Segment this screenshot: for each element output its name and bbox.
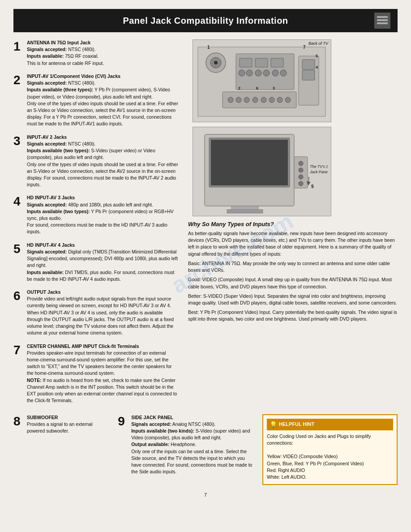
svg-point-6 xyxy=(214,61,218,64)
main-layout: 1 ANTENNA IN 75Ω Input Jack Signals acce… xyxy=(13,39,398,411)
item-3-desc: Only one of the types of video inputs sh… xyxy=(27,162,178,188)
svg-text:1: 1 xyxy=(207,45,210,50)
back-of-tv-label: Back of TV xyxy=(308,41,328,46)
item-2-signals-label: Signals accepted: xyxy=(27,80,67,86)
helpful-hint-header-text: HELPFUL HINT xyxy=(279,421,314,428)
page-title: Panel Jack Compatibility Information xyxy=(37,16,374,26)
svg-point-36 xyxy=(285,97,291,103)
why-good-label: Good: VIDEO (Composite) Input. xyxy=(188,277,257,282)
item-8: 8 SUBWOOFER Provides a signal to an exte… xyxy=(13,414,111,482)
svg-text:7: 7 xyxy=(303,45,306,50)
item-9-output-label: Output available: xyxy=(131,442,169,447)
page-number: 7 xyxy=(13,492,398,498)
right-column: Back of TV 1 7 xyxy=(188,39,398,411)
item-6-desc: Provide video and left/right audio outpu… xyxy=(27,296,174,335)
svg-point-31 xyxy=(244,97,249,103)
back-tv-diagram-container: Back of TV 1 7 xyxy=(188,39,398,122)
item-2-content: INPUT-AV 1/Component Video (CVI) Jacks S… xyxy=(27,73,179,128)
item-5-signals-label: Signals accepted: xyxy=(27,249,67,254)
item-1-signals-val: NTSC (480i). xyxy=(68,47,95,52)
svg-point-32 xyxy=(253,97,258,103)
svg-rect-0 xyxy=(377,16,388,18)
side-tv-diagram: The TV's Side Jack Panel 9 xyxy=(193,127,331,216)
item-3-content: INPUT-AV 2 Jacks Signals accepted: NTSC … xyxy=(27,134,179,189)
item-8-title: SUBWOOFER xyxy=(27,415,58,420)
svg-point-30 xyxy=(236,97,241,103)
item-6: 6 OUTPUT Jacks Provide video and left/ri… xyxy=(13,289,179,337)
svg-rect-10 xyxy=(240,58,252,67)
svg-rect-11 xyxy=(255,58,268,67)
svg-text:5: 5 xyxy=(316,54,318,58)
item-1-inputs-label: Inputs available: xyxy=(27,53,64,59)
hint-green-val: Y Pb Pr (Component Video) xyxy=(306,461,364,466)
svg-point-18 xyxy=(280,70,287,76)
item-4-content: HD INPUT-AV 3 Jacks Signals accepted: 48… xyxy=(27,194,179,235)
helpful-hint-box: 💡 HELPFUL HINT Color Coding Used on Jack… xyxy=(262,414,398,485)
item-1-title: ANTENNA IN 75Ω Input Jack xyxy=(27,40,90,45)
item-2-title: INPUT-AV 1/Component Video (CVI) Jacks xyxy=(27,73,120,79)
svg-point-15 xyxy=(255,70,261,76)
item-4-desc: For sound, connections must be made to t… xyxy=(27,222,167,234)
why-item-good: Good: VIDEO (Composite) Input. A small s… xyxy=(188,276,398,290)
item-3-inputs-label: Inputs available (two types): xyxy=(27,148,90,153)
item-5-title: HD INPUT-AV 4 Jacks xyxy=(27,242,75,248)
helpful-hint-header: 💡 HELPFUL HINT xyxy=(267,419,393,430)
side-tv-svg: The TV's Side Jack Panel 9 xyxy=(196,130,328,214)
item-3-signals-label: Signals accepted: xyxy=(27,141,67,146)
side-tv-diagram-container: The TV's Side Jack Panel 9 xyxy=(188,127,398,216)
svg-rect-26 xyxy=(302,70,315,80)
svg-text:3: 3 xyxy=(273,86,275,90)
item-4: 4 HD INPUT-AV 3 Jacks Signals accepted: … xyxy=(13,194,179,235)
item-6-number: 6 xyxy=(13,289,23,337)
helpful-hint-title: Color Coding Used on Jacks and Plugs to … xyxy=(267,433,371,446)
item-7-title: CENTER CHANNEL AMP INPUT Click-fit Termi… xyxy=(27,343,139,349)
item-3-signals-val: NTSC (480i). xyxy=(68,141,95,146)
item-5-number: 5 xyxy=(13,242,23,283)
items-89-container: 8 SUBWOOFER Provides a signal to an exte… xyxy=(13,414,255,485)
why-item-best: Best: Y Pb Pr (Component Video) Input. C… xyxy=(188,309,398,322)
header-bar: Panel Jack Compatibility Information xyxy=(13,9,398,32)
svg-point-17 xyxy=(272,70,278,76)
item-9-content: SIDE JACK PANEL Signals accepted: Analog… xyxy=(131,414,255,476)
svg-text:4: 4 xyxy=(316,65,318,69)
svg-rect-41 xyxy=(227,210,263,213)
item-9: 9 SIDE JACK PANEL Signals accepted: Anal… xyxy=(118,414,255,482)
item-3-title: INPUT-AV 2 Jacks xyxy=(27,134,67,140)
item-9-title: SIDE JACK PANEL xyxy=(131,415,173,420)
svg-point-33 xyxy=(261,97,266,103)
hint-red-val: Right AUDIO xyxy=(278,468,305,473)
svg-text:9: 9 xyxy=(311,184,314,189)
bottom-section: 8 SUBWOOFER Provides a signal to an exte… xyxy=(13,414,398,485)
svg-point-34 xyxy=(269,97,274,103)
item-1: 1 ANTENNA IN 75Ω Input Jack Signals acce… xyxy=(13,39,179,67)
hint-green-label: Green, Blue, Red: xyxy=(267,461,304,466)
item-1-content: ANTENNA IN 75Ω Input Jack Signals accept… xyxy=(27,39,179,67)
item-6-title: OUTPUT Jacks xyxy=(27,289,60,295)
item-3: 3 INPUT-AV 2 Jacks Signals accepted: NTS… xyxy=(13,134,179,189)
svg-rect-1 xyxy=(377,19,388,21)
item-4-signals-val: 480p and 1080i, plus audio left and righ… xyxy=(68,202,153,207)
item-1-number: 1 xyxy=(13,39,23,67)
item-7-note-text: If no audio is heard from the set, check… xyxy=(27,378,177,403)
why-section: Why So Many Types of Inputs? As better-q… xyxy=(188,221,398,323)
svg-text:Jack Panel: Jack Panel xyxy=(309,170,328,174)
item-9-inputs-label: Inputs available (two kinds): xyxy=(131,428,194,433)
svg-rect-2 xyxy=(377,22,388,24)
item-5-content: HD INPUT-AV 4 Jacks Signals accepted: Di… xyxy=(27,242,179,283)
svg-line-50 xyxy=(308,177,309,184)
why-better-label: Better: S-VIDEO (Super Video) Input. xyxy=(188,293,266,299)
svg-point-44 xyxy=(299,168,303,172)
svg-point-14 xyxy=(246,70,253,76)
item-7-note-label: NOTE: xyxy=(27,378,42,383)
item-2: 2 INPUT-AV 1/Component Video (CVI) Jacks… xyxy=(13,73,179,128)
why-item-basic: Basic: ANTENNA IN 75Ω. May provide the o… xyxy=(188,260,398,274)
item-4-title: HD INPUT-AV 3 Jacks xyxy=(27,195,75,200)
panel-icon xyxy=(374,13,390,29)
why-best-label: Best: Y Pb Pr (Component Video) Input. xyxy=(188,309,271,315)
svg-text:2: 2 xyxy=(238,86,240,90)
svg-point-45 xyxy=(299,175,303,179)
hint-yellow-val: VIDEO (Composite Video) xyxy=(283,454,338,459)
svg-point-29 xyxy=(228,97,233,103)
helpful-hint-container: 💡 HELPFUL HINT Color Coding Used on Jack… xyxy=(262,414,398,485)
item-9-inner: 9 SIDE JACK PANEL Signals accepted: Anal… xyxy=(118,414,255,476)
